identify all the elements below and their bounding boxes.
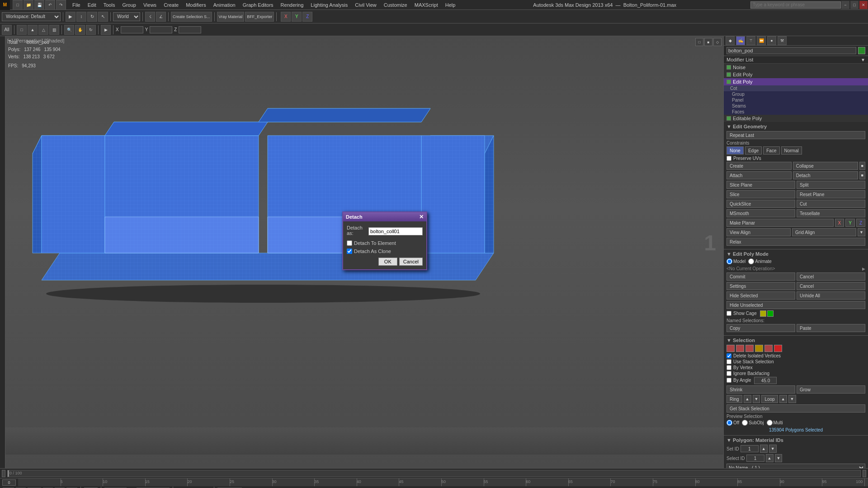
cage-color1[interactable] [760,310,766,317]
detach-name-input[interactable] [368,227,423,235]
object-name-input[interactable] [726,47,856,54]
cancel-op-btn[interactable]: Cancel [797,272,865,281]
relax-settings-btn[interactable]: ▼ [858,228,865,236]
timeline-slider[interactable]: 0 / 100 [7,470,861,477]
menu-civil[interactable]: Civil View [351,0,380,9]
ring-up-btn[interactable]: ▲ [744,395,751,403]
settings-btn[interactable]: Settings [726,282,795,290]
select-id-up-btn[interactable]: ▲ [766,454,774,462]
vp-btn2[interactable]: ■ [704,38,712,46]
undo-btn[interactable]: ↶ [45,0,55,10]
menu-modifiers[interactable]: Modifiers [182,0,210,9]
edged-btn[interactable]: ▥ [49,25,59,35]
menu-help[interactable]: Help [442,0,459,9]
z-coord-input[interactable] [179,26,201,33]
ring-down-btn[interactable]: ▼ [753,395,760,403]
rotate-btn[interactable]: ↻ [87,12,97,22]
sel-vertex-btn[interactable] [726,345,735,352]
detach-cancel-button[interactable]: Cancel [399,258,423,266]
rp-motion-icon[interactable]: ⏩ [757,36,766,45]
all-btn[interactable]: All [2,25,12,35]
rp-display-icon[interactable]: ● [767,36,776,45]
new-btn[interactable]: □ [13,0,23,10]
subobj-label[interactable]: SubObj [742,420,764,426]
cage-color2[interactable] [767,310,774,317]
pan-btn[interactable]: ✋ [75,25,85,35]
angle-snap-btn[interactable]: ∠ [156,12,166,22]
vray-mat-btn[interactable]: Vray Material [217,12,245,22]
x-axis-btn[interactable]: X [281,12,291,22]
scale-btn[interactable]: ↖ [98,12,108,22]
sel-edge-btn[interactable] [736,345,744,352]
slice-plane-btn[interactable]: Slice Plane [726,181,795,189]
create-sel-btn[interactable]: Create Selection S... [171,12,212,22]
timeline-track[interactable]: 5 10 15 20 25 30 35 40 45 50 55 60 65 70… [18,479,864,486]
play-btn[interactable]: ▶ [101,25,111,35]
sel-active-btn[interactable] [774,345,782,352]
menu-file[interactable]: File [69,0,84,9]
viewport[interactable]: □ ■ ◇ Total bolton_pod Polys: 137 246 13… [5,36,723,468]
ref-coord-dropdown[interactable]: World [113,12,140,21]
modifier-noise[interactable]: Noise [724,64,868,71]
vp-btn1[interactable]: □ [695,38,703,46]
use-stack-sel-checkbox[interactable] [726,359,731,364]
show-cage-checkbox[interactable] [726,311,731,316]
z-btn[interactable]: Z [856,219,865,227]
preserve-uvs-checkbox[interactable] [726,156,731,161]
y-coord-input[interactable] [150,26,172,33]
view-align-btn[interactable]: View Align [726,228,791,236]
set-id-up-btn[interactable]: ▲ [760,445,768,453]
menu-views[interactable]: Views [140,0,160,9]
timeline-left-btn[interactable] [2,470,5,477]
ring-btn[interactable]: Ring [726,395,742,403]
no-name-dropdown[interactable]: No Name - ( 1 ) [726,464,865,468]
modifier-editable-poly[interactable]: Editable Poly [724,115,868,122]
detach-close-btn[interactable]: ✕ [419,214,424,220]
x-coord-input[interactable] [121,26,143,33]
preview-off-radio[interactable] [726,420,732,426]
commit-btn[interactable]: Commit [726,272,795,281]
hide-selected-btn[interactable]: Hide Selected [726,291,795,300]
bff-export-btn[interactable]: BFF_Exporter [245,12,274,22]
quickslice-btn[interactable]: QuickSlice [726,200,795,208]
multi-label[interactable]: Multi [767,420,783,426]
by-angle-input[interactable] [754,377,777,384]
constraint-edge-btn[interactable]: Edge [745,146,762,155]
orbit-btn[interactable]: ↻ [86,25,96,35]
preview-multi-radio[interactable] [767,420,773,426]
paste-named-btn[interactable]: Paste [797,324,865,332]
menu-animation[interactable]: Animation [210,0,239,9]
menu-graph-editors[interactable]: Graph Editors [239,0,277,9]
modifier-list-header[interactable]: Modifier List ▼ [724,56,868,64]
loop-btn[interactable]: Loop [761,395,778,403]
grid-align-btn[interactable]: Grid Align [792,228,856,236]
obj-color-swatch[interactable] [858,47,865,54]
menu-tools[interactable]: Tools [100,0,119,9]
z-axis-btn[interactable]: Z [302,12,312,22]
cancel-btn2[interactable]: Cancel [797,282,865,290]
delete-isolated-checkbox[interactable] [726,353,731,358]
search-bar[interactable] [750,1,841,9]
msmooth-btn[interactable]: MSmooth [726,209,795,217]
shrink-btn[interactable]: Shrink [726,385,795,394]
rp-create-icon[interactable]: ◆ [726,36,735,45]
relax-btn[interactable]: Relax [726,238,865,246]
by-angle-checkbox[interactable] [726,378,731,383]
attach-btn[interactable]: Attach [726,171,792,179]
modifier-cot[interactable]: Cot [724,85,868,91]
tessellate-btn[interactable]: Tessellate [797,209,865,217]
cut-btn[interactable]: Cut [797,200,865,208]
menu-lighting[interactable]: Lighting Analysis [307,0,351,9]
sel-elem-btn[interactable] [764,345,773,352]
modifier-edit-poly-2[interactable]: Edit Poly [724,78,868,85]
rp-utilities-icon[interactable]: ⚒ [778,36,787,45]
constraint-normal-btn[interactable]: Normal [781,146,802,155]
timeline-right-btn[interactable] [863,470,866,477]
loop-up-btn[interactable]: ▲ [779,395,787,403]
modifier-panel[interactable]: Panel [724,97,868,103]
sel-border-btn[interactable] [745,345,754,352]
detach-title-bar[interactable]: Detach ✕ [343,212,426,221]
set-id-input[interactable] [741,445,759,452]
menu-customize[interactable]: Customize [380,0,411,9]
consistent-btn[interactable]: △ [38,25,48,35]
